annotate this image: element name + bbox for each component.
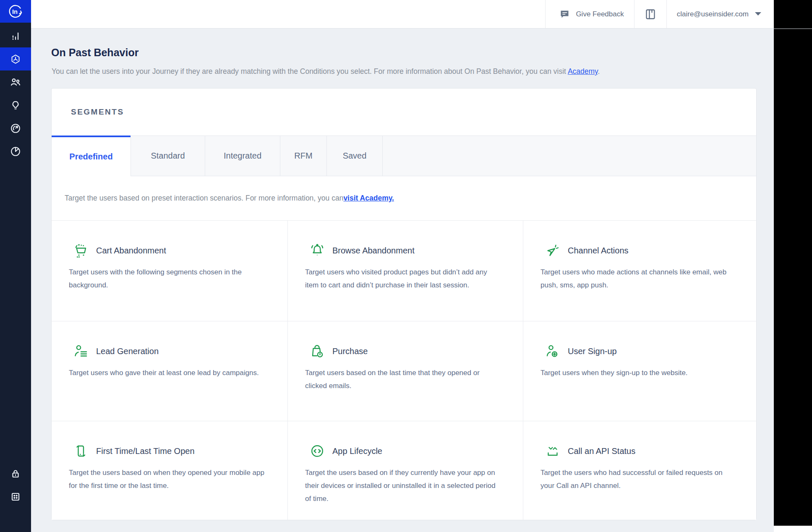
card-purchase[interactable]: Purchase Target users based on the last … [287,321,523,421]
card-description: Target users who made actions at channel… [540,266,733,292]
phone-sync-icon [73,443,89,459]
card-title: Browse Abandonment [332,246,415,256]
target-icon [10,123,21,134]
tab-integrated[interactable]: Integrated [205,136,280,176]
tabs-filler [382,136,756,176]
book-icon [644,8,657,21]
visit-academy-link[interactable]: visit Academy. [343,194,394,203]
card-title: Lead Generation [96,347,159,356]
sidebar-bottom [0,462,31,508]
cart-icon [73,243,89,258]
sidebar: In [0,0,31,532]
sidebar-item-analytics[interactable] [0,24,31,47]
sidebar-item-audience[interactable] [0,70,31,94]
card-channel-actions[interactable]: Channel Actions Target users who made ac… [523,220,756,321]
caret-down-icon [755,12,761,16]
bag-clock-icon [309,343,325,359]
card-title: Cart Abandonment [96,246,166,256]
letterbox-line [774,29,812,29]
card-description: Target the users who had successful or f… [540,466,733,492]
tab-standard[interactable]: Standard [131,136,205,176]
sidebar-item-privacy[interactable] [0,462,31,485]
card-call-an-api-status[interactable]: Call an API Status Target the users who … [523,421,756,520]
card-browse-abandonment[interactable]: Browse Abandonment Target users who visi… [287,220,523,321]
card-user-sign-up[interactable]: User Sign-up Target users when they sign… [523,321,756,421]
cube-icon [10,54,21,65]
academy-link[interactable]: Academy [568,67,598,76]
card-first-time-last-time-open[interactable]: First Time/Last Time Open Target the use… [52,421,287,520]
card-title: Channel Actions [568,246,629,256]
person-list-icon [73,343,89,359]
give-feedback-label: Give Feedback [576,10,624,18]
apps-grid-icon [10,491,21,502]
account-menu[interactable]: claire@useinsider.com [667,0,774,28]
docs-button[interactable] [634,0,666,28]
tab-description: Target the users based on preset interac… [52,176,756,220]
card-title: First Time/Last Time Open [96,446,195,456]
segments-panel: SEGMENTS Predefined Standard Integrated … [51,88,757,520]
card-title: Purchase [332,347,368,356]
card-app-lifecycle[interactable]: App Lifecycle Target the users based on … [287,421,523,520]
card-description: Target the users based on when they open… [69,466,264,492]
sidebar-item-apps[interactable] [0,485,31,508]
card-description: Target users with the following segments… [69,266,264,292]
bell-icon [309,243,325,258]
pie-chart-icon [10,146,21,157]
sidebar-item-ideas[interactable] [0,94,31,117]
screen-letterbox [774,0,812,526]
give-feedback-button[interactable]: Give Feedback [546,0,634,28]
account-email: claire@useinsider.com [677,10,749,18]
cursor-click-icon [545,243,561,258]
sidebar-item-segments[interactable] [0,47,31,70]
segments-tabs: Predefined Standard Integrated RFM Saved [52,136,756,176]
tab-predefined[interactable]: Predefined [52,136,131,176]
main-content: On Past Behavior You can let the users i… [31,29,774,532]
sidebar-item-realtime[interactable] [0,117,31,140]
card-description: Target users based on the last time that… [305,366,500,392]
tab-rfm[interactable]: RFM [280,136,326,176]
card-cart-abandonment[interactable]: Cart Abandonment Target users with the f… [52,220,287,321]
card-description: Target users when they sign-up to the we… [540,366,733,379]
sidebar-nav [0,24,31,163]
users-icon [10,76,21,88]
card-description: Target the users based on if they curren… [305,466,500,505]
sidebar-item-history[interactable] [0,140,31,163]
topbar: Give Feedback claire@useinsider.com [31,0,774,29]
card-description: Target users who gave their at least one… [69,366,264,379]
feedback-icon [559,8,570,20]
page-title: On Past Behavior [51,47,138,59]
api-tray-icon [545,443,561,459]
person-plus-icon [545,343,561,359]
code-circle-icon [309,443,325,459]
lock-icon [10,468,21,479]
card-title: User Sign-up [568,347,617,356]
card-description: Target users who visited product pages b… [305,266,500,292]
bar-chart-icon [10,31,21,42]
lightbulb-icon [10,100,21,111]
page-subtitle: You can let the users into your Journey … [52,67,600,76]
segments-header: SEGMENTS [52,89,756,136]
tab-saved[interactable]: Saved [326,136,382,176]
card-lead-generation[interactable]: Lead Generation Target users who gave th… [52,321,287,421]
insider-logo-icon: In [8,3,23,19]
segment-cards-grid: Cart Abandonment Target users with the f… [52,220,756,520]
card-title: App Lifecycle [332,446,382,456]
insider-logo[interactable]: In [0,0,31,23]
svg-text:In: In [12,8,18,15]
card-title: Call an API Status [568,446,635,456]
